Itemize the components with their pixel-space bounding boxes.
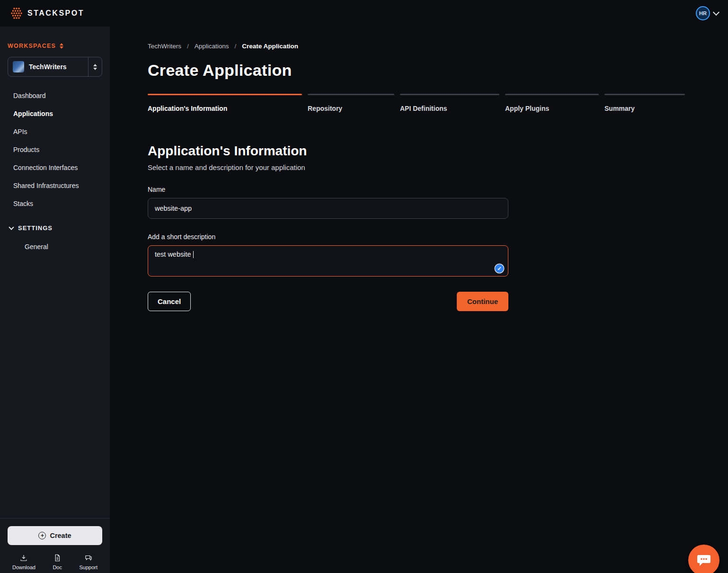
- step-apply-plugins: Apply Plugins: [505, 94, 599, 112]
- section-subtitle: Select a name and description for your a…: [148, 163, 728, 171]
- doc-link[interactable]: Doc: [53, 554, 62, 570]
- download-icon: [19, 554, 28, 562]
- form-actions: Cancel Continue: [148, 292, 508, 311]
- main-content: TechWriters Applications Create Applicat…: [110, 27, 728, 573]
- chevron-down-icon: [9, 224, 14, 230]
- application-form: Name Add a short description test websit…: [148, 186, 508, 311]
- doc-label: Doc: [53, 564, 62, 570]
- step-progress-bar: [400, 94, 499, 95]
- sidebar-nav: Dashboard Applications APIs Products Con…: [8, 87, 102, 212]
- settings-label: SETTINGS: [18, 224, 53, 232]
- topbar: STACKSPOT HR: [0, 0, 728, 27]
- download-label: Download: [12, 564, 36, 570]
- text-cursor: [193, 251, 194, 258]
- sidebar-bottom: + Create Download Doc: [0, 518, 110, 573]
- sidebar: WORKSPACES TechWriters Dashboard Applica…: [0, 27, 110, 573]
- page-title: Create Application: [148, 61, 728, 80]
- settings-subnav: General: [8, 238, 102, 255]
- sidebar-item-dashboard[interactable]: Dashboard: [8, 87, 102, 104]
- step-repository: Repository: [308, 94, 394, 112]
- breadcrumb-applications[interactable]: Applications: [181, 43, 229, 50]
- chevron-down-icon: [713, 9, 719, 16]
- stepper: Application's Information Repository API…: [148, 94, 728, 112]
- stackspot-logo-icon: [10, 7, 23, 19]
- create-button-label: Create: [50, 532, 71, 539]
- cancel-button[interactable]: Cancel: [148, 292, 191, 311]
- download-link[interactable]: Download: [12, 554, 36, 570]
- workspace-thumbnail: [13, 61, 24, 72]
- sidebar-item-products[interactable]: Products: [8, 141, 102, 158]
- settings-section-toggle[interactable]: SETTINGS: [9, 224, 102, 232]
- step-summary: Summary: [604, 94, 685, 112]
- name-field-label: Name: [148, 186, 508, 193]
- doc-icon: [53, 554, 62, 562]
- unfold-more-icon[interactable]: [88, 57, 102, 76]
- sidebar-item-applications[interactable]: Applications: [8, 105, 102, 122]
- sidebar-item-apis[interactable]: APIs: [8, 123, 102, 140]
- chat-bubble-icon: [697, 554, 711, 567]
- breadcrumb: TechWriters Applications Create Applicat…: [148, 43, 728, 50]
- description-text: test website: [155, 251, 191, 258]
- avatar[interactable]: HR: [696, 6, 710, 20]
- continue-button[interactable]: Continue: [457, 292, 508, 311]
- sidebar-item-connection-interfaces[interactable]: Connection Interfaces: [8, 159, 102, 176]
- support-link[interactable]: Support: [79, 554, 98, 570]
- valid-check-icon: ✓: [495, 264, 504, 273]
- step-progress-bar: [604, 94, 685, 95]
- sidebar-item-stacks[interactable]: Stacks: [8, 195, 102, 212]
- breadcrumb-techwriters[interactable]: TechWriters: [148, 43, 181, 50]
- step-api-definitions: API Definitions: [400, 94, 499, 112]
- description-textarea[interactable]: test website ✓: [148, 245, 508, 277]
- plus-circle-icon: +: [38, 532, 46, 539]
- unfold-icon: [60, 43, 63, 49]
- sidebar-item-general[interactable]: General: [8, 238, 102, 255]
- step-progress-bar: [148, 94, 302, 95]
- workspaces-header[interactable]: WORKSPACES: [8, 43, 102, 49]
- sidebar-item-shared-infrastructures[interactable]: Shared Infrastructures: [8, 177, 102, 194]
- brand: STACKSPOT: [10, 7, 84, 19]
- step-progress-bar: [308, 94, 394, 95]
- chat-widget-button[interactable]: [688, 545, 719, 573]
- description-field-label: Add a short description: [148, 233, 508, 241]
- workspaces-label: WORKSPACES: [8, 43, 56, 49]
- workspace-name: TechWriters: [29, 63, 88, 71]
- brand-wordmark: STACKSPOT: [27, 9, 84, 18]
- step-progress-bar: [505, 94, 599, 95]
- account-menu[interactable]: HR: [696, 6, 719, 20]
- support-label: Support: [79, 564, 98, 570]
- workspace-selector[interactable]: TechWriters: [8, 57, 102, 77]
- breadcrumb-create-application: Create Application: [229, 43, 299, 50]
- step-applications-information: Application's Information: [148, 94, 302, 112]
- section-title: Application's Information: [148, 143, 728, 159]
- sidebar-footer: Download Doc Support: [8, 554, 102, 570]
- create-button[interactable]: + Create: [8, 526, 102, 545]
- support-icon: [84, 554, 93, 562]
- name-input[interactable]: [148, 198, 508, 219]
